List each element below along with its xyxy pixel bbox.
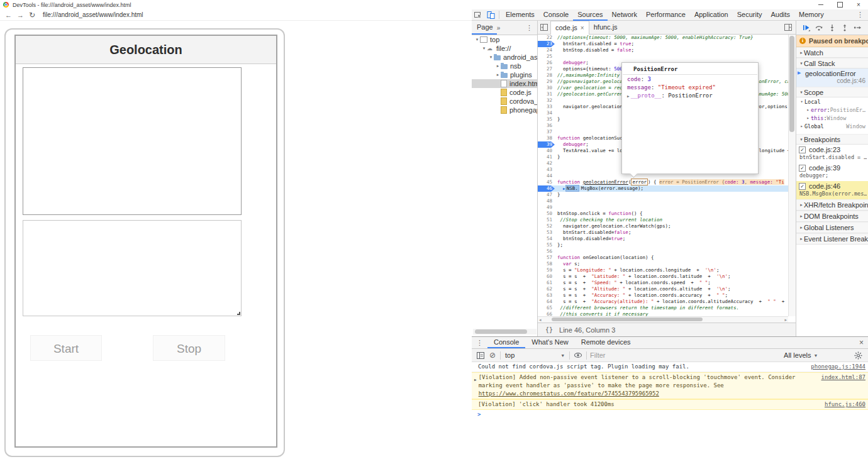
stop-button[interactable]: Stop bbox=[153, 335, 225, 361]
console-filter-input[interactable] bbox=[589, 351, 780, 360]
scope-local[interactable]: ▾Local bbox=[796, 97, 868, 106]
navigator-menu-icon[interactable]: ⋮ bbox=[521, 24, 537, 32]
code-line-55[interactable]: 55}; bbox=[538, 242, 788, 248]
code-line-60[interactable]: 60 s = s + "Latitude: " + location.coord… bbox=[538, 273, 788, 280]
section-scope[interactable]: ▾Scope bbox=[796, 87, 868, 97]
line-number[interactable]: 40 bbox=[538, 148, 555, 154]
line-number[interactable]: 30 bbox=[538, 85, 555, 91]
expand-arrow-icon[interactable]: ▸ bbox=[805, 116, 811, 121]
line-number[interactable]: 54 bbox=[538, 236, 555, 242]
breakpoint-checkbox[interactable]: ✓ bbox=[799, 183, 806, 190]
line-number[interactable]: 43 bbox=[538, 167, 555, 173]
line-number[interactable]: 42 bbox=[538, 160, 555, 167]
code-line-23[interactable]: 23 btnStart.disabled = true; bbox=[538, 41, 788, 47]
line-number[interactable]: 29 bbox=[538, 79, 555, 85]
code-line-64[interactable]: 64 s = s + "Accuracy(altitude): " + loca… bbox=[538, 299, 788, 305]
back-icon[interactable]: ← bbox=[5, 11, 12, 19]
code-line-45[interactable]: 45function geolocationError(error) { err… bbox=[538, 179, 788, 185]
expand-arrow-icon[interactable]: ▸ bbox=[805, 108, 811, 113]
devtools-tab-sources[interactable]: Sources bbox=[573, 9, 607, 21]
popup-prop-__proto__[interactable]: ▶__proto__: PositionError bbox=[622, 91, 758, 100]
editor-tab-code.js[interactable]: code.js× bbox=[550, 21, 589, 35]
console-tab-console[interactable]: Console bbox=[487, 337, 525, 348]
line-number[interactable]: 59 bbox=[538, 267, 555, 273]
breakpoint-checkbox[interactable]: ✓ bbox=[799, 146, 806, 153]
line-number[interactable]: 48 bbox=[538, 198, 555, 204]
close-tab-icon[interactable]: × bbox=[581, 25, 584, 31]
line-number[interactable]: 63 bbox=[538, 292, 555, 299]
context-selector[interactable]: top ▼ bbox=[503, 351, 567, 359]
message-link[interactable]: https://www.chromestatus.com/feature/574… bbox=[479, 390, 659, 397]
tree-item-plugins[interactable]: ▸plugins bbox=[472, 70, 537, 79]
line-number[interactable]: 55 bbox=[538, 242, 555, 248]
resume-script-icon[interactable] bbox=[803, 24, 810, 31]
scope-global[interactable]: ▸Global Window bbox=[796, 122, 868, 130]
show-debugger-sidebar-icon[interactable] bbox=[783, 23, 793, 32]
console-sidebar-icon[interactable] bbox=[476, 351, 486, 360]
inspect-element-icon[interactable] bbox=[473, 11, 483, 19]
line-number[interactable]: 47 bbox=[538, 192, 555, 198]
line-number[interactable]: 52 bbox=[538, 223, 555, 229]
line-number[interactable]: 26 bbox=[538, 60, 555, 66]
forward-icon[interactable]: → bbox=[17, 11, 24, 19]
scope-var-error[interactable]: ▸error: PositionEr… bbox=[796, 106, 868, 114]
code-line-56[interactable]: 56 bbox=[538, 248, 788, 255]
code-line-48[interactable]: 48 bbox=[538, 198, 788, 204]
line-number[interactable]: 27 bbox=[538, 66, 555, 72]
source-link[interactable]: phonegap.js:1944 bbox=[811, 363, 865, 371]
code-line-25[interactable]: 25 bbox=[538, 53, 788, 60]
code-line-50[interactable]: 50btnStop.onclick = function() { bbox=[538, 211, 788, 217]
console-tab-what-s-new[interactable]: What's New bbox=[525, 337, 574, 348]
line-number[interactable]: 45 bbox=[538, 179, 555, 185]
code-line-49[interactable]: 49 bbox=[538, 204, 788, 211]
line-number[interactable]: 23 bbox=[538, 41, 555, 47]
code-line-59[interactable]: 59 s = "Longitude: " + location.coords.l… bbox=[538, 267, 788, 273]
maximize-button[interactable] bbox=[830, 1, 849, 9]
navigator-tab-page[interactable]: Page bbox=[472, 21, 497, 35]
close-window-button[interactable]: × bbox=[849, 1, 868, 9]
code-line-47[interactable]: 47} bbox=[538, 192, 788, 198]
line-number[interactable]: 56 bbox=[538, 248, 555, 255]
line-number[interactable]: 24 bbox=[538, 47, 555, 53]
step-icon[interactable] bbox=[854, 24, 862, 31]
tree-item-top[interactable]: ▾top bbox=[472, 35, 537, 44]
code-line-54[interactable]: 54 btnStop.disabled=true; bbox=[538, 236, 788, 242]
section-xhr-fetch-breakpoints[interactable]: ▸XHR/fetch Breakpoints bbox=[796, 199, 868, 211]
tree-item-phonegap-js[interactable]: phonegap.js bbox=[472, 106, 537, 114]
line-number[interactable]: 58 bbox=[538, 261, 555, 267]
tree-item-code-js[interactable]: code.js bbox=[472, 88, 537, 97]
devtools-tab-security[interactable]: Security bbox=[733, 9, 767, 21]
console-settings-icon[interactable] bbox=[853, 351, 863, 360]
line-number[interactable]: 49 bbox=[538, 204, 555, 211]
expand-arrow-icon[interactable]: ▶ bbox=[474, 375, 477, 383]
line-number[interactable]: 38 bbox=[538, 135, 555, 141]
hide-navigator-icon[interactable] bbox=[539, 23, 549, 32]
source-link[interactable]: index.html:87 bbox=[821, 373, 865, 382]
address-bar[interactable]: file:///android_asset/www/index.html bbox=[43, 11, 143, 18]
tree-item-android-asset[interactable]: ▾android_asset bbox=[472, 53, 537, 62]
step-out-icon[interactable] bbox=[841, 24, 849, 31]
line-number[interactable]: 50 bbox=[538, 211, 555, 217]
line-number[interactable]: 31 bbox=[538, 91, 555, 97]
callstack-frame[interactable]: ▶geolocationErrorcode.js:46 bbox=[796, 69, 868, 87]
console-prompt[interactable]: > bbox=[472, 410, 868, 419]
line-number[interactable]: 61 bbox=[538, 280, 555, 286]
scope-var-this[interactable]: ▸this: Window bbox=[796, 114, 868, 122]
line-number[interactable]: 44 bbox=[538, 173, 555, 179]
devtools-tab-performance[interactable]: Performance bbox=[642, 9, 690, 21]
source-link[interactable]: hfunc.js:460 bbox=[825, 400, 865, 409]
section-call-stack[interactable]: ▾Call Stack bbox=[796, 58, 868, 69]
app-textarea-log[interactable] bbox=[23, 220, 242, 316]
devtools-tab-memory[interactable]: Memory bbox=[794, 9, 828, 21]
resize-grip-icon[interactable] bbox=[237, 312, 240, 315]
line-number[interactable]: 66 bbox=[538, 311, 555, 316]
tree-item-file-[interactable]: ▾☁file:// bbox=[472, 44, 537, 53]
editor-hscrollbar-thumb[interactable] bbox=[552, 317, 703, 321]
console-tab-remote-devices[interactable]: Remote devices bbox=[575, 337, 637, 348]
code-line-63[interactable]: 63 s = s + "Accuracy: " + location.coord… bbox=[538, 292, 788, 299]
devtools-tab-audits[interactable]: Audits bbox=[766, 9, 794, 21]
line-number[interactable]: 37 bbox=[538, 129, 555, 135]
tree-item-index-html[interactable]: index.html bbox=[472, 79, 537, 88]
line-number[interactable]: 57 bbox=[538, 255, 555, 261]
step-into-icon[interactable] bbox=[828, 24, 836, 31]
